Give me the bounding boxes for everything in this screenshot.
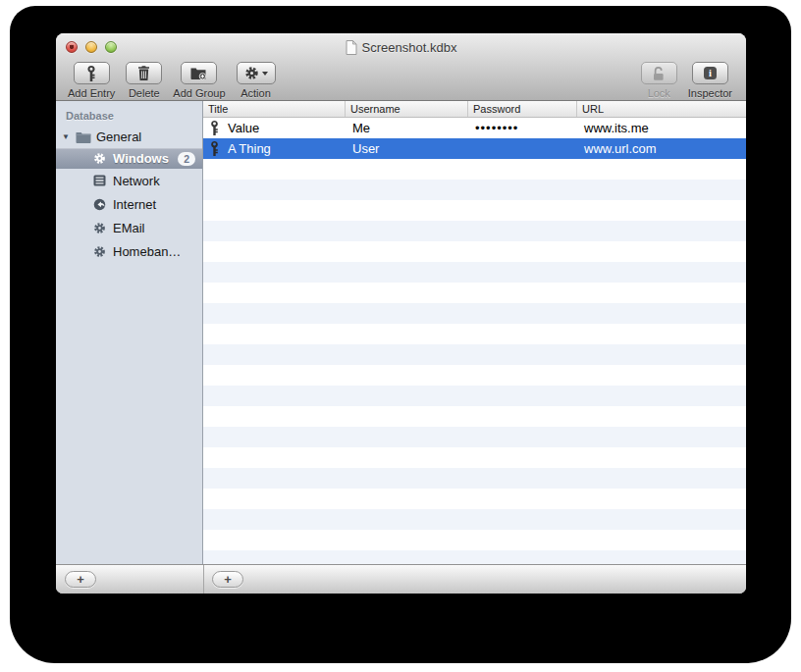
password-cell: •••••••• — [468, 121, 577, 135]
url-cell: www.its.me — [577, 121, 746, 135]
delete-label: Delete — [129, 87, 160, 99]
inspector-label: Inspector — [688, 87, 732, 99]
sidebar-item-label: Homeban… — [113, 244, 181, 259]
gear-icon — [244, 66, 259, 80]
title-cell: Value — [203, 121, 346, 135]
key-icon — [85, 66, 97, 81]
main-content: Database ▼ General Windows 2 — [56, 101, 746, 564]
key-icon — [209, 141, 220, 156]
folder-icon — [76, 131, 91, 143]
add-group-tool: Add Group — [173, 62, 225, 99]
sidebar: Database ▼ General Windows 2 — [56, 101, 203, 564]
pane-divider — [203, 565, 204, 594]
sidebar-item-label: General — [96, 129, 141, 144]
inspector-tool: i Inspector — [688, 62, 732, 99]
sidebar-item-internet[interactable]: Internet — [56, 192, 202, 216]
lock-button — [641, 62, 677, 84]
entry-title: Value — [228, 121, 259, 135]
gear-icon — [92, 222, 107, 234]
url-cell: www.url.com — [577, 141, 746, 156]
titlebar: Screenshot.kdbx — [56, 39, 746, 56]
sidebar-item-label: Windows — [113, 151, 169, 166]
add-entry-label: Add Entry — [68, 87, 115, 99]
sidebar-item-network[interactable]: Network — [56, 169, 202, 192]
gear-icon — [92, 152, 107, 165]
globe-icon — [92, 198, 107, 211]
table-header: Title Username Password URL — [203, 101, 746, 118]
gear-icon — [92, 245, 107, 258]
document-icon — [346, 40, 357, 55]
action-tool: Action — [237, 62, 276, 99]
add-entry-plus-button[interactable]: + — [212, 571, 243, 588]
username-cell: Me — [346, 121, 468, 135]
bottom-bar: + + — [56, 564, 746, 594]
add-group-button[interactable] — [181, 62, 217, 84]
sidebar-section-database: Database — [56, 101, 202, 127]
table-row[interactable]: Value Me •••••••• www.its.me — [203, 118, 746, 138]
window-chrome: Screenshot.kdbx Add Entry Delete — [56, 33, 746, 101]
table-row-selected[interactable]: A Thing User www.url.com — [203, 138, 746, 159]
sidebar-item-email[interactable]: EMail — [56, 216, 202, 239]
svg-text:i: i — [709, 68, 712, 78]
action-button[interactable] — [237, 62, 276, 84]
add-group-label: Add Group — [173, 87, 225, 99]
add-entry-tool: Add Entry — [68, 62, 115, 99]
username-cell: User — [346, 141, 468, 156]
add-entry-button[interactable] — [74, 62, 110, 84]
lock-tool: Lock — [641, 62, 677, 99]
info-icon: i — [703, 66, 718, 80]
delete-button[interactable] — [126, 62, 162, 84]
inspector-button[interactable]: i — [692, 62, 728, 84]
column-header-username[interactable]: Username — [346, 101, 468, 117]
action-label: Action — [240, 87, 271, 99]
title-cell: A Thing — [203, 141, 346, 156]
table-rows: Value Me •••••••• www.its.me A Thing Use… — [203, 118, 746, 564]
window-title: Screenshot.kdbx — [362, 40, 457, 55]
sidebar-item-windows[interactable]: Windows 2 — [56, 148, 202, 169]
key-icon — [209, 121, 220, 135]
network-icon — [92, 175, 107, 186]
chevron-down-icon — [262, 72, 268, 76]
toolbar: Add Entry Delete — [68, 62, 732, 99]
entry-title: A Thing — [228, 141, 271, 156]
lock-label: Lock — [648, 87, 670, 99]
sidebar-item-label: Internet — [113, 197, 156, 212]
folder-plus-icon — [190, 67, 207, 80]
column-header-url[interactable]: URL — [577, 101, 746, 117]
entry-count-badge: 2 — [178, 152, 195, 166]
entry-table: Title Username Password URL Value Me •••… — [203, 101, 746, 564]
unlocked-padlock-icon — [652, 66, 667, 81]
trash-icon — [137, 66, 150, 80]
disclosure-triangle-icon[interactable]: ▼ — [61, 132, 71, 141]
column-header-password[interactable]: Password — [468, 101, 577, 117]
delete-tool: Delete — [126, 62, 162, 99]
app-window: Screenshot.kdbx Add Entry Delete — [56, 33, 746, 594]
sidebar-item-homebanking[interactable]: Homeban… — [56, 239, 202, 263]
sidebar-item-label: Network — [113, 174, 160, 188]
column-header-title[interactable]: Title — [203, 101, 346, 117]
sidebar-item-label: EMail — [113, 221, 145, 235]
sidebar-item-general[interactable]: ▼ General — [56, 127, 202, 147]
add-group-plus-button[interactable]: + — [65, 571, 96, 588]
